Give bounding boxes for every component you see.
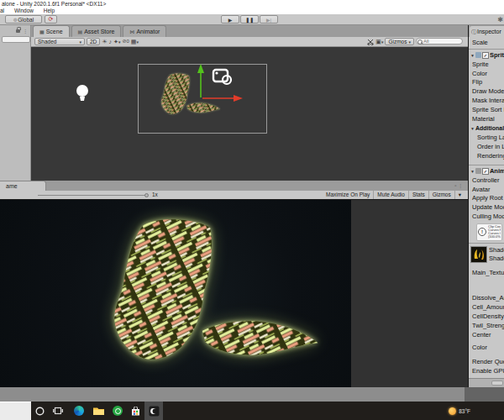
material-preview-thumbnail	[470, 246, 487, 263]
axis-y-arrow-icon[interactable]	[197, 64, 204, 73]
scene-toolbar: Shaded▾ 2D ☀ ♪ ✦▾ ⊘0 ▦▾ ▣▾ Gizmos▾	[31, 37, 468, 47]
shader-row[interactable]: Shader	[489, 255, 504, 263]
grid-settings-icon[interactable]: ▦▾	[131, 38, 139, 46]
preview-handle[interactable]	[491, 381, 503, 386]
property-row[interactable]: Cell_Amount	[469, 303, 504, 312]
property-row[interactable]: Twil_Strength	[469, 322, 504, 331]
edge-browser-icon[interactable]	[70, 402, 88, 420]
property-row[interactable]: Material	[469, 115, 504, 124]
component-enabled-checkbox[interactable]: ✓	[482, 52, 489, 59]
sprite-renderer-header[interactable]: ▼ ✓ Sprite R	[469, 50, 504, 60]
property-row[interactable]: Culling Mode	[469, 213, 504, 222]
collab-icon: ⟳	[49, 16, 54, 23]
tab-game[interactable]: ame	[0, 181, 46, 191]
property-row[interactable]: Sprite	[469, 60, 504, 70]
tab-asset-store[interactable]: ▤Asset Store	[71, 25, 122, 37]
tab-bar-options-icon[interactable]: ▫ ⋮	[454, 182, 463, 188]
scene-fx-toggle-icon[interactable]: ✦▾	[113, 38, 120, 46]
stats-button[interactable]: Stats	[408, 191, 428, 199]
tab-scene[interactable]: ▦Scene	[33, 25, 70, 37]
property-row[interactable]: Sprite Sort Poi	[469, 106, 504, 115]
2d-toggle[interactable]: 2D	[87, 38, 100, 45]
search-icon	[417, 39, 423, 45]
game-sprite-boot-dissolve	[94, 218, 338, 383]
property-row[interactable]: Enable GPU In	[469, 367, 504, 376]
property-row[interactable]: Dissolve_Amou	[469, 294, 504, 303]
cortana-icon[interactable]	[30, 402, 49, 420]
sprite-renderer-icon	[475, 52, 481, 58]
foldout-icon[interactable]: ▼	[470, 166, 475, 176]
component-enabled-checkbox[interactable]: ✓	[482, 168, 489, 175]
property-row[interactable]: Update Mode	[469, 203, 504, 213]
green-app-icon[interactable]	[108, 402, 127, 420]
property-row[interactable]: CellDensity	[469, 312, 504, 322]
property-row[interactable]: Center	[469, 331, 504, 340]
property-row[interactable]: Render Queue	[469, 358, 504, 367]
divider	[469, 49, 504, 50]
property-row[interactable]: Avatar	[469, 186, 504, 195]
file-explorer-icon[interactable]	[89, 402, 108, 420]
scale-slider-knob[interactable]	[144, 193, 149, 197]
scene-audio-toggle-icon[interactable]: ♪	[109, 38, 113, 45]
scene-light-toggle-icon[interactable]: ☀	[102, 38, 107, 45]
property-row[interactable]: Apply Root Mo	[469, 194, 504, 203]
animator-header[interactable]: ▼ ✓ Animat	[469, 166, 504, 176]
foldout-icon[interactable]: ▼	[470, 50, 475, 60]
menu-item[interactable]: al	[0, 8, 4, 13]
menu-bar: al Window Help	[0, 8, 504, 14]
microsoft-store-icon[interactable]	[126, 402, 144, 420]
foldout-icon[interactable]: ▼	[470, 123, 475, 134]
additional-settings-foldout[interactable]: ▼ Additional Set	[469, 123, 504, 134]
material-header[interactable]: Shader Shader	[469, 244, 504, 266]
weather-widget[interactable]: 83°F	[449, 402, 470, 420]
left-panel-field[interactable]	[2, 36, 30, 43]
property-row[interactable]: Draw Mode	[469, 87, 504, 97]
directional-light-gizmo-icon[interactable]	[75, 84, 90, 102]
tab-inspector[interactable]: ⓘInspector	[470, 26, 504, 37]
property-row[interactable]: Rendering L	[469, 152, 504, 161]
scale-slider[interactable]	[38, 195, 147, 196]
property-row[interactable]: Controller	[469, 176, 504, 186]
step-button[interactable]: ▶|	[260, 15, 278, 24]
chevron-down-icon[interactable]: ▾	[454, 191, 465, 199]
collab-button[interactable]: ⟳	[45, 15, 57, 24]
game-gizmos-dropdown[interactable]: Gizmos	[428, 191, 454, 199]
property-row[interactable]: Order in Lay	[469, 143, 504, 152]
kebab-icon[interactable]: ⋮	[23, 28, 28, 34]
texture-property-row[interactable]: Main_Texture	[469, 269, 504, 278]
game-view[interactable]	[0, 200, 468, 387]
scene-gizmos-dropdown[interactable]: Gizmos▾	[385, 38, 414, 45]
menu-item-window[interactable]: Window	[14, 8, 34, 13]
scene-view[interactable]	[31, 47, 468, 181]
account-icon[interactable]: ✱	[497, 16, 503, 24]
property-row[interactable]: Sorting Lay	[469, 134, 504, 143]
window-bottom-strip	[0, 387, 504, 402]
tab-animator[interactable]: ⋈Animator	[123, 25, 166, 37]
window-title: alone - Unity 2020.1.6f1 Personal* <DX11…	[0, 0, 504, 8]
scene-camera-icon[interactable]: ▣▾	[375, 38, 383, 46]
animator-icon: ⋈	[129, 29, 134, 34]
transform-scale-row[interactable]: Scale	[469, 39, 504, 48]
property-row[interactable]: Flip	[469, 78, 504, 87]
axis-x-arrow-icon[interactable]	[234, 95, 243, 102]
inspector-panel: ⓘInspector Scale ▼ ✓ Sprite R Sprite Col…	[468, 25, 504, 387]
global-pivot-button[interactable]: ◎ Global	[5, 15, 42, 24]
lock-icon[interactable]	[16, 29, 20, 33]
task-view-icon[interactable]	[49, 402, 67, 420]
menu-item-help[interactable]: Help	[44, 8, 55, 13]
mute-audio-button[interactable]: Mute Audio	[373, 191, 408, 199]
color-property-row[interactable]: Color	[469, 344, 504, 353]
scene-visibility-icon[interactable]: ⊘0	[122, 38, 129, 45]
maximize-on-play-button[interactable]: Maximize On Play	[323, 191, 373, 199]
draw-mode-dropdown[interactable]: Shaded▾	[34, 38, 85, 45]
pause-button[interactable]: ❚❚	[240, 15, 259, 24]
property-row[interactable]: Color	[469, 70, 504, 79]
temperature-label: 83°F	[459, 408, 470, 414]
property-row[interactable]: Mask Interacti	[469, 97, 504, 106]
play-button[interactable]: ▶	[221, 15, 239, 24]
inspector-tab-bar: ⓘInspector	[469, 25, 504, 37]
active-app-icon[interactable]	[144, 402, 163, 420]
scene-tools-icon[interactable]	[367, 39, 374, 45]
globe-icon: ◎	[13, 17, 17, 22]
overlapping-window-corner	[0, 402, 31, 420]
